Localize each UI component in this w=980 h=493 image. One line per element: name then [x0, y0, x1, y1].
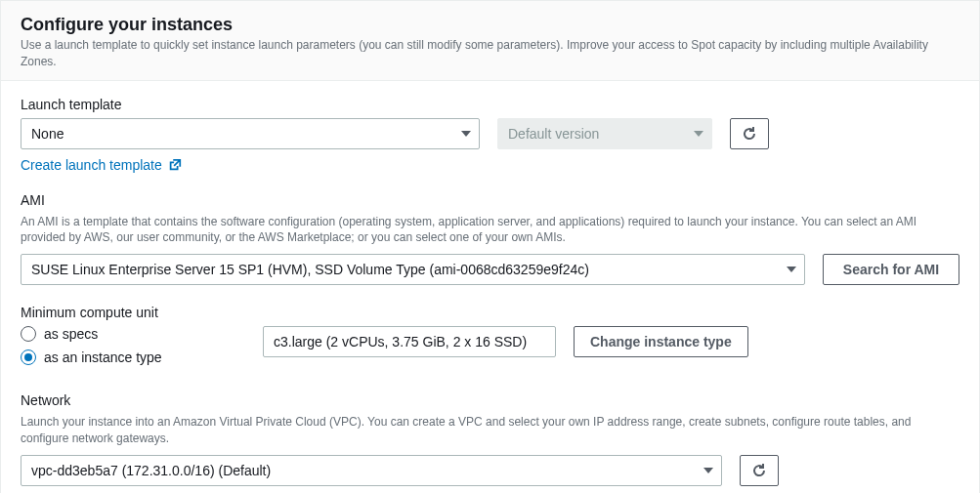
radio-as-instance-type[interactable]: as an instance type [21, 349, 245, 365]
launch-template-version-select: Default version [497, 118, 712, 149]
ami-row: SUSE Linux Enterprise Server 15 SP1 (HVM… [21, 254, 959, 285]
chevron-down-icon [461, 131, 471, 137]
launch-template-section: Launch template None Default version [21, 97, 959, 173]
network-description: Launch your instance into an Amazon Virt… [21, 414, 959, 447]
ami-section: AMI An AMI is a template that contains t… [21, 192, 959, 286]
create-launch-template-label: Create launch template [21, 157, 162, 173]
network-select[interactable]: vpc-dd3eb5a7 (172.31.0.0/16) (Default) [21, 455, 722, 486]
compute-label: Minimum compute unit [21, 305, 959, 320]
ami-label: AMI [21, 192, 959, 208]
radio-as-instance-label: as an instance type [44, 349, 162, 365]
change-instance-type-label: Change instance type [590, 334, 732, 349]
radio-icon [21, 326, 36, 342]
refresh-launch-template-button[interactable] [730, 118, 769, 149]
chevron-down-icon [787, 267, 796, 272]
launch-template-row: None Default version [21, 118, 959, 149]
network-label: Network [21, 392, 959, 408]
refresh-icon [742, 126, 757, 142]
configure-instances-panel: Configure your instances Use a launch te… [0, 0, 980, 493]
radio-icon-checked [21, 349, 36, 365]
compute-radio-group: as specs as an instance type [21, 326, 245, 373]
search-ami-button[interactable]: Search for AMI [823, 254, 959, 285]
radio-as-specs[interactable]: as specs [21, 326, 245, 342]
network-value: vpc-dd3eb5a7 (172.31.0.0/16) (Default) [31, 463, 271, 478]
instance-type-value: c3.large (2 vCPUs, 3.75 GiB, 2 x 16 SSD) [274, 334, 527, 349]
panel-title: Configure your instances [21, 15, 959, 35]
external-link-icon [168, 158, 182, 172]
refresh-network-button[interactable] [740, 455, 779, 486]
launch-template-value: None [31, 126, 64, 142]
change-instance-type-button[interactable]: Change instance type [574, 326, 748, 357]
compute-section: Minimum compute unit as specs as an inst… [21, 305, 959, 373]
chevron-down-icon [703, 468, 713, 473]
panel-header: Configure your instances Use a launch te… [1, 1, 979, 81]
search-ami-label: Search for AMI [843, 262, 939, 277]
instance-type-display: c3.large (2 vCPUs, 3.75 GiB, 2 x 16 SSD) [263, 326, 556, 357]
panel-description: Use a launch template to quickly set ins… [21, 37, 959, 70]
refresh-icon [751, 463, 767, 478]
ami-select[interactable]: SUSE Linux Enterprise Server 15 SP1 (HVM… [21, 254, 805, 285]
ami-description: An AMI is a template that contains the s… [21, 214, 959, 247]
launch-template-label: Launch template [21, 97, 959, 112]
radio-as-specs-label: as specs [44, 326, 98, 342]
chevron-down-icon [694, 131, 703, 137]
launch-template-select[interactable]: None [21, 118, 480, 149]
network-section: Network Launch your instance into an Ama… [21, 392, 959, 493]
compute-row: as specs as an instance type c3.large (2… [21, 326, 959, 373]
network-row: vpc-dd3eb5a7 (172.31.0.0/16) (Default) [21, 455, 959, 486]
panel-body: Launch template None Default version [1, 81, 979, 493]
create-launch-template-link[interactable]: Create launch template [21, 157, 182, 173]
launch-template-version-placeholder: Default version [508, 126, 599, 142]
ami-value: SUSE Linux Enterprise Server 15 SP1 (HVM… [31, 262, 589, 277]
